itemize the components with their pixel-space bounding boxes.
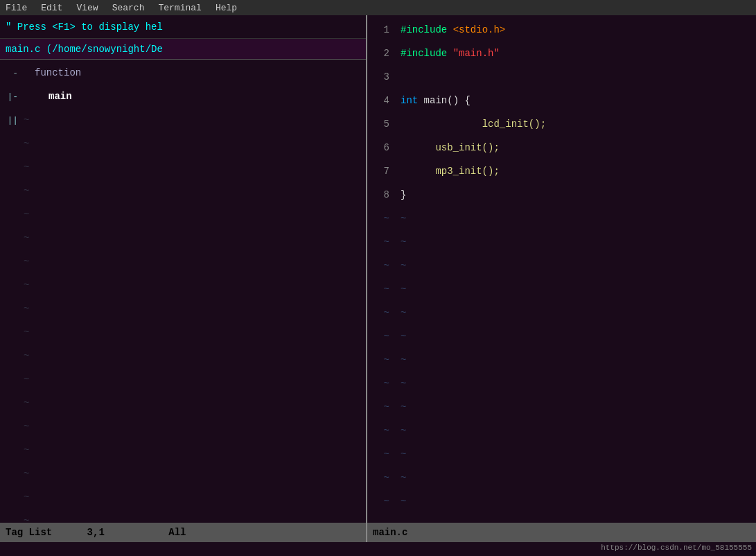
gutter-marker-3: || [0,108,21,132]
line-num-5: 5 [367,112,395,136]
code-tilde-11: ~ [401,442,750,466]
line-num-t11: ~ [367,442,395,466]
line-num-t6: ~ [367,324,395,348]
code-tilde-4: ~ [401,277,750,301]
code-line-3 [401,65,750,89]
line-num-4: 4 [367,89,395,112]
line-num-t7: ~ [367,348,395,372]
menu-terminal[interactable]: Terminal [155,3,204,13]
tag-function-item[interactable]: function [21,61,366,85]
line-num-t12: ~ [367,466,395,489]
menu-edit[interactable]: Edit [38,3,65,13]
line-num-t1: ~ [367,207,395,230]
tilde-16: ~ [21,462,366,485]
menu-file[interactable]: File [3,3,30,13]
line-num-8: 8 [367,183,395,207]
code-line-1: #include <stdio.h> [401,18,750,42]
code-tilde-5: ~ [401,301,750,324]
watermark-text: https://blog.csdn.net/mo_58155555 [601,544,752,552]
code-mp3-init: mp3_init(); [401,166,500,177]
code-closing-brace: } [401,189,406,200]
menu-search[interactable]: Search [109,3,148,13]
code-include1-keyword: #include [401,24,453,35]
line-num-t14: ~ [367,513,395,523]
tag-header: main.c (/home/snowynight/De [0,39,366,60]
code-line-6: usb_init(); [401,136,750,159]
code-tilde-12: ~ [401,466,750,489]
gutter-marker-1: - [0,61,21,85]
tag-status-text: Tag List 3,1 All [6,527,186,538]
tilde-5: ~ [21,202,366,226]
code-panel: 1 2 3 4 5 6 7 8 ~ ~ ~ ~ ~ ~ ~ ~ ~ ~ ~ ~ [367,15,756,523]
line-num-t5: ~ [367,301,395,324]
tilde-18: ~ [21,509,366,523]
tilde-17: ~ [21,485,366,509]
line-num-3: 3 [367,65,395,89]
line-num-1: 1 [367,18,395,42]
code-tilde-3: ~ [401,254,750,277]
tilde-6: ~ [21,226,366,250]
status-bar: Tag List 3,1 All main.c [0,523,756,542]
tilde-8: ~ [21,273,366,297]
line-num-t13: ~ [367,489,395,513]
code-tilde-2: ~ [401,230,750,254]
code-indent5 [401,119,447,130]
code-tilde-1: ~ [401,207,750,230]
code-line-4: int main() { [401,89,750,112]
line-num-t2: ~ [367,230,395,254]
code-tilde-9: ~ [401,395,750,419]
code-int-keyword: int [401,95,418,106]
code-area: 1 2 3 4 5 6 7 8 ~ ~ ~ ~ ~ ~ ~ ~ ~ ~ ~ ~ [367,15,756,523]
code-tilde-8: ~ [401,372,750,395]
tag-filename: main.c (/home/snowynight/De [6,44,163,55]
code-main-func: main() { [418,95,471,106]
line-num-t4: ~ [367,277,395,301]
tag-panel: " Press <F1> to display hel main.c (/hom… [0,15,367,523]
tilde-15: ~ [21,438,366,462]
line-num-t10: ~ [367,419,395,442]
code-include1-file: <stdio.h> [453,24,506,35]
line-num-7: 7 [367,159,395,183]
tag-main-item[interactable]: main [21,85,366,108]
code-status-bar: main.c [367,523,756,542]
line-num-t3: ~ [367,254,395,277]
tag-content: - |- || function main ~ ~ ~ ~ ~ ~ ~ ~ ~ … [0,60,366,523]
line-numbers: 1 2 3 4 5 6 7 8 ~ ~ ~ ~ ~ ~ ~ ~ ~ ~ ~ ~ [367,15,395,523]
tilde-4: ~ [21,179,366,202]
code-line-5: lcd_init(); [401,112,750,136]
code-lcd-init: lcd_init(); [447,119,546,130]
code-tilde-14: ~ [401,513,750,523]
line-num-t8: ~ [367,372,395,395]
menu-help[interactable]: Help [213,3,240,13]
tilde-3: ~ [21,155,366,179]
tilde-9: ~ [21,297,366,320]
code-lines: #include <stdio.h> #include "main.h" int… [395,15,756,523]
code-line-7: mp3_init(); [401,159,750,183]
menubar: File Edit View Search Terminal Help [0,0,756,15]
line-num-t9: ~ [367,395,395,419]
code-tilde-13: ~ [401,489,750,513]
gutter-marker-2: |- [0,85,21,108]
tilde-13: ~ [21,391,366,415]
tilde-14: ~ [21,415,366,438]
tilde-11: ~ [21,344,366,367]
code-line-8: } [401,183,750,207]
tilde-7: ~ [21,250,366,273]
tag-list-content: function main ~ ~ ~ ~ ~ ~ ~ ~ ~ ~ ~ ~ ~ … [21,60,366,523]
code-tilde-7: ~ [401,348,750,372]
tilde-1: ~ [21,108,366,132]
menu-view[interactable]: View [73,3,100,13]
tag-status-bar: Tag List 3,1 All [0,523,367,542]
hint-text: " Press <F1> to display hel [6,21,163,33]
tilde-2: ~ [21,132,366,155]
watermark: https://blog.csdn.net/mo_58155555 [0,542,756,556]
code-status-text: main.c [373,527,407,538]
tag-gutter: - |- || [0,60,21,523]
hint-line: " Press <F1> to display hel [0,15,366,39]
line-num-2: 2 [367,42,395,65]
tilde-12: ~ [21,367,366,391]
code-include2-keyword: #include [401,48,453,59]
code-tilde-6: ~ [401,324,750,348]
code-usb-init: usb_init(); [401,142,500,153]
tilde-10: ~ [21,320,366,344]
